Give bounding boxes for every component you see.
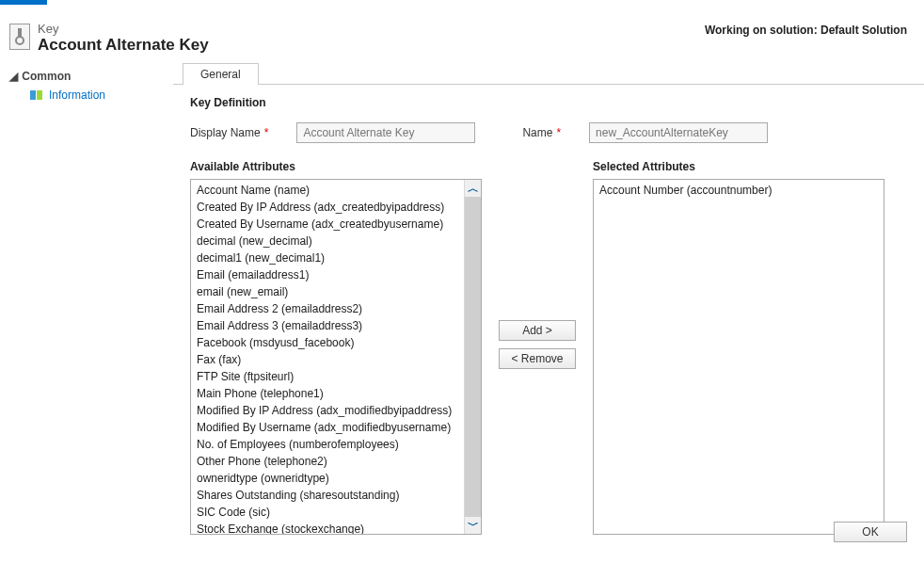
display-name-field[interactable]	[296, 122, 475, 143]
svg-rect-0	[18, 28, 22, 37]
list-item[interactable]: Facebook (msdyusd_facebook)	[191, 334, 464, 351]
list-item[interactable]: Email Address 2 (emailaddress2)	[191, 300, 464, 317]
list-item[interactable]: Shares Outstanding (sharesoutstanding)	[191, 487, 464, 504]
list-item[interactable]: Created By Username (adx_createdbyuserna…	[191, 216, 464, 233]
list-item[interactable]: Account Name (name)	[191, 182, 464, 199]
list-item[interactable]: Main Phone (telephone1)	[191, 385, 464, 402]
nav-group-common[interactable]: ◢ Common	[9, 68, 164, 85]
tab-strip: General	[173, 62, 924, 85]
list-item[interactable]: decimal (new_decimal)	[191, 233, 464, 249]
display-name-label: Display Name*	[190, 126, 268, 139]
left-nav: ◢ Common Information	[0, 62, 173, 563]
list-item[interactable]: Modified By Username (adx_modifiedbyuser…	[191, 419, 464, 436]
name-label: Name*	[522, 126, 561, 139]
name-field[interactable]	[589, 122, 768, 143]
nav-item-label: Information	[49, 88, 105, 102]
remove-button[interactable]: < Remove	[499, 348, 576, 369]
list-item[interactable]: owneridtype (owneridtype)	[191, 470, 464, 487]
nav-item-information[interactable]: Information	[9, 85, 164, 105]
list-item[interactable]: Fax (fax)	[191, 351, 464, 368]
page-header: Key Account Alternate Key Working on sol…	[0, 5, 924, 62]
information-icon	[30, 90, 43, 100]
list-item[interactable]: decimal1 (new_decimal1)	[191, 249, 464, 266]
svg-point-1	[16, 37, 24, 44]
tab-content: Key Definition Display Name* Name* A	[173, 85, 924, 544]
tab-general[interactable]: General	[183, 63, 259, 85]
accent-bar	[0, 0, 47, 5]
scroll-track[interactable]	[465, 197, 482, 517]
scroll-up-icon[interactable]: ︿	[465, 180, 482, 197]
add-button[interactable]: Add >	[499, 320, 576, 341]
section-title: Key Definition	[190, 96, 907, 109]
list-item[interactable]: Modified By IP Address (adx_modifiedbyip…	[191, 402, 464, 419]
list-item[interactable]: Email (emailaddress1)	[191, 266, 464, 283]
solution-label: Working on solution: Default Solution	[705, 22, 915, 37]
svg-rect-3	[37, 90, 42, 100]
list-item[interactable]: No. of Employees (numberofemployees)	[191, 436, 464, 453]
svg-rect-2	[30, 90, 36, 100]
selected-attributes-label: Selected Attributes	[593, 160, 884, 173]
caret-down-icon: ◢	[9, 70, 19, 83]
list-item[interactable]: SIC Code (sic)	[191, 504, 464, 521]
available-attributes-list[interactable]: Account Name (name)Created By IP Address…	[190, 179, 482, 535]
list-item[interactable]: Account Number (accountnumber)	[594, 182, 884, 199]
list-item[interactable]: Other Phone (telephone2)	[191, 453, 464, 470]
available-attributes-label: Available Attributes	[190, 160, 482, 173]
page-title: Account Alternate Key	[38, 36, 209, 55]
nav-group-label: Common	[22, 70, 71, 83]
list-item[interactable]: Created By IP Address (adx_createdbyipad…	[191, 199, 464, 216]
list-item[interactable]: FTP Site (ftpsiteurl)	[191, 368, 464, 385]
scroll-down-icon[interactable]: ﹀	[465, 517, 482, 534]
key-icon	[9, 24, 30, 50]
list-item[interactable]: Email Address 3 (emailaddress3)	[191, 317, 464, 334]
window-top-accent	[0, 0, 924, 5]
scrollbar[interactable]: ︿ ﹀	[464, 180, 481, 534]
selected-attributes-list[interactable]: Account Number (accountnumber)	[593, 179, 884, 535]
entity-type-label: Key	[38, 22, 209, 36]
list-item[interactable]: Stock Exchange (stockexchange)	[191, 521, 464, 534]
list-item[interactable]: email (new_email)	[191, 283, 464, 300]
ok-button[interactable]: OK	[834, 522, 907, 542]
